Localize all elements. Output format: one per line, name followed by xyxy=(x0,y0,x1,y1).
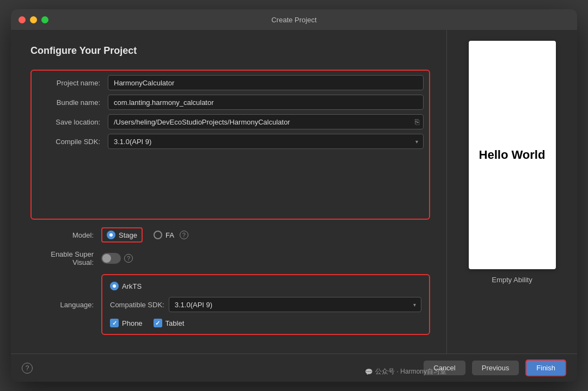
tablet-label: Tablet xyxy=(166,319,185,327)
bundle-name-row: Bundle name: xyxy=(37,95,424,110)
super-visual-help-icon[interactable]: ? xyxy=(124,254,133,263)
minimize-button[interactable] xyxy=(30,16,37,23)
previous-button[interactable]: Previous xyxy=(472,361,519,375)
arkts-radio-inner xyxy=(113,284,116,288)
lang-device-row: Language: ArkTS Compatible S xyxy=(30,274,430,335)
preview-container: Hello World xyxy=(469,41,556,269)
tablet-checkbox[interactable]: ✓ Tablet xyxy=(154,319,185,327)
stage-radio[interactable]: Stage xyxy=(107,231,137,239)
model-row: Model: Stage FA xyxy=(30,227,430,243)
compile-sdk-wrapper: 3.1.0(API 9) ▾ xyxy=(108,134,424,149)
save-location-label: Save location: xyxy=(37,118,108,126)
super-visual-toggle[interactable] xyxy=(101,253,121,264)
tablet-check-icon: ✓ xyxy=(155,320,160,327)
watermark-text: 公众号 · Harmony自习室 xyxy=(375,367,446,376)
compatible-sdk-wrapper: 3.1.0(API 9) ▾ xyxy=(169,297,421,312)
maximize-button[interactable] xyxy=(41,16,48,23)
section-title: Configure Your Project xyxy=(30,45,430,57)
preview-empty-ability: Empty Ability xyxy=(492,276,532,284)
phone-label: Phone xyxy=(122,319,143,327)
finish-button[interactable]: Finish xyxy=(525,359,566,376)
arkts-radio[interactable]: ArkTS xyxy=(110,282,142,290)
fa-radio-outer xyxy=(154,231,162,239)
model-label: Model: xyxy=(30,231,101,239)
save-location-row: Save location: ⎘ xyxy=(37,114,424,129)
stage-radio-outer xyxy=(107,231,115,239)
compile-sdk-label: Compile SDK: xyxy=(37,138,108,146)
arkts-label: ArkTS xyxy=(122,282,142,290)
compatible-sdk-label-inner: Compatible SDK: xyxy=(110,301,164,309)
preview-hello-world: Hello World xyxy=(479,148,546,162)
toggle-knob xyxy=(102,254,111,263)
wechat-icon: 💬 xyxy=(365,368,373,376)
language-inner-row: ArkTS xyxy=(110,282,421,290)
lang-device-highlight: ArkTS Compatible SDK: 3.1.0(API 9) ▾ xyxy=(101,274,430,335)
project-name-row: Project name: xyxy=(37,75,424,90)
arkts-radio-outer xyxy=(110,282,119,290)
lang-label-spacer: Language: xyxy=(30,301,101,309)
stage-radio-inner xyxy=(109,233,113,237)
stage-label: Stage xyxy=(119,231,137,239)
close-button[interactable] xyxy=(19,16,26,23)
create-project-window: Create Project Configure Your Project Pr… xyxy=(11,9,577,382)
browse-icon[interactable]: ⎘ xyxy=(415,117,419,126)
titlebar: Create Project xyxy=(11,9,577,30)
language-label: Language: xyxy=(30,301,101,309)
bottom-bar: ? 💬 公众号 · Harmony自习室 Cancel Previous Fin… xyxy=(11,353,577,382)
compatible-sdk-inner-row: Compatible SDK: 3.1.0(API 9) ▾ xyxy=(110,297,421,312)
model-options: Stage FA ? xyxy=(101,227,188,243)
super-visual-label: Enable Super Visual: xyxy=(30,250,101,266)
window-title: Create Project xyxy=(271,16,316,24)
right-panel: Hello World Empty Ability xyxy=(446,30,577,353)
tablet-checkbox-box: ✓ xyxy=(154,319,162,327)
traffic-lights xyxy=(19,16,48,23)
project-name-input[interactable] xyxy=(108,75,424,90)
save-location-input[interactable] xyxy=(108,114,424,129)
watermark: 💬 公众号 · Harmony自习室 xyxy=(365,367,446,376)
bundle-name-label: Bundle name: xyxy=(37,98,108,107)
fa-label: FA xyxy=(166,231,174,239)
phone-check-icon: ✓ xyxy=(112,320,117,327)
main-content: Configure Your Project Project name: Bun… xyxy=(11,30,577,353)
bundle-name-input[interactable] xyxy=(108,95,424,110)
phone-checkbox-box: ✓ xyxy=(110,319,119,327)
project-name-label: Project name: xyxy=(37,79,108,87)
model-help-icon[interactable]: ? xyxy=(180,231,188,239)
compatible-sdk-select[interactable]: 3.1.0(API 9) xyxy=(169,297,421,312)
save-location-wrapper: ⎘ xyxy=(108,114,424,129)
left-panel: Configure Your Project Project name: Bun… xyxy=(11,30,446,353)
stage-highlight: Stage xyxy=(101,227,143,243)
device-type-inner-row: ✓ Phone ✓ Tablet xyxy=(110,319,421,327)
top-fields-highlight: Project name: Bundle name: Save location… xyxy=(30,70,430,220)
phone-checkbox[interactable]: ✓ Phone xyxy=(110,319,143,327)
compile-sdk-row: Compile SDK: 3.1.0(API 9) ▾ xyxy=(37,134,424,149)
fa-radio[interactable]: FA xyxy=(154,231,174,239)
super-visual-row: Enable Super Visual: ? xyxy=(30,250,430,266)
bottom-help-icon[interactable]: ? xyxy=(22,363,33,374)
compile-sdk-select[interactable]: 3.1.0(API 9) xyxy=(108,134,424,149)
